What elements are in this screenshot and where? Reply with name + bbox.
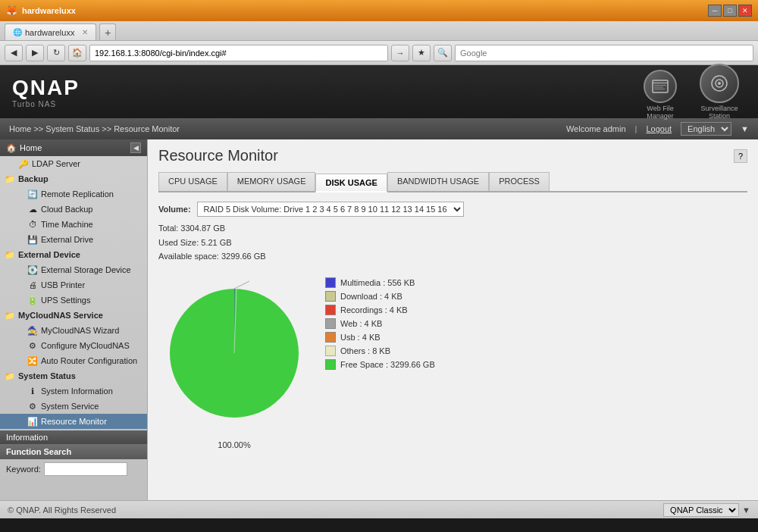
go-button[interactable]: → [391,45,409,61]
language-select[interactable]: English [681,122,731,136]
legend-color-multimedia [325,277,336,288]
sidebar-item-system-information[interactable]: ℹ System Information [0,383,147,399]
back-button[interactable]: ◀ [5,45,23,61]
address-bar[interactable] [89,45,388,61]
browser-toolbar: ◀ ▶ ↻ 🏠 → ★ 🔍 [0,41,758,65]
browser-titlebar: 🦊 hardwareluxx ─ □ ✕ [0,0,758,21]
tab-close-icon[interactable]: ✕ [82,28,88,36]
legend-color-web [325,318,336,329]
sidebar-cloud-label: Cloud Backup [41,205,93,214]
external-storage-icon: 💽 [27,264,38,275]
volume-select[interactable]: RAID 5 Disk Volume: Drive 1 2 3 4 5 6 7 … [197,202,464,217]
sidebar-item-resource-monitor[interactable]: 📊 Resource Monitor [0,414,147,429]
tab-bar: 🌐 hardwareluxx ✕ + [0,21,758,41]
available-value: 3299.66 GB [221,252,266,261]
sysservice-icon: ⚙ [27,401,38,412]
maximize-btn[interactable]: □ [723,5,737,17]
firefox-icon: 🦊 [6,5,17,16]
tab-disk-usage[interactable]: DISK USAGE [315,174,387,192]
minimize-btn[interactable]: ─ [708,5,722,17]
search-button[interactable]: 🔍 [434,45,452,61]
sidebar-collapse-btn[interactable]: ◀ [130,142,141,153]
close-btn[interactable]: ✕ [738,5,752,17]
usb-printer-icon: 🖨 [27,280,38,290]
tab-title: hardwareluxx [25,28,74,37]
sidebar-printer-label: USB Printer [41,280,85,289]
logout-link[interactable]: Logout [646,124,672,133]
sidebar-item-time-machine[interactable]: ⏱ Time Machine [0,217,147,232]
header-icons: Web File Manager Surveillance Station [634,64,746,120]
tab-process[interactable]: PROCESS [489,172,550,191]
content-tab-row: CPU USAGE MEMORY USAGE DISK USAGE BANDWI… [158,172,747,192]
system-status-folder-icon: 📁 [5,371,15,381]
resource-monitor-icon: 📊 [27,416,38,427]
app-container: QNAP Turbo NAS Web File Manager Surveill… [0,65,758,518]
qnap-brand: QNAP [12,76,80,100]
used-info: Used Size: 5.21 GB [158,236,747,250]
home-button[interactable]: 🏠 [68,45,86,61]
sidebar-item-ups-settings[interactable]: 🔋 UPS Settings [0,293,147,308]
sidebar-item-external-device[interactable]: 📁 External Device [0,247,147,262]
surveillance-label: Surveillance Station [693,105,746,120]
sidebar-item-system-status-group[interactable]: 📁 System Status [0,368,147,383]
keyword-input[interactable] [44,462,127,476]
function-search-label: Function Search [6,447,71,456]
pie-percent-label: 100.00% [218,440,250,449]
legend-label-usb: Usb : 4 KB [340,333,381,342]
legend-item-web: Web : 4 KB [325,318,435,329]
web-file-manager-label: Web File Manager [634,105,687,120]
volume-label: Volume: [158,205,191,214]
sidebar-ups-label: UPS Settings [41,296,90,305]
legend-label-others: Others : 8 KB [340,346,390,355]
forward-button[interactable]: ▶ [26,45,44,61]
pie-chart [158,277,310,429]
tab-cpu-usage[interactable]: CPU USAGE [158,172,227,191]
tab-favicon: 🌐 [13,28,22,36]
sidebar-item-system-service[interactable]: ⚙ System Service [0,399,147,414]
window-controls: ─ □ ✕ [708,5,752,17]
legend-label-web: Web : 4 KB [340,319,382,328]
sidebar-item-configure-mycloudnas[interactable]: ⚙ Configure MyCloudNAS [0,338,147,353]
surveillance-station-icon-item[interactable]: Surveillance Station [693,64,746,120]
sidebar-backup-label: Backup [18,174,49,183]
legend-item-recordings: Recordings : 4 KB [325,305,435,315]
sidebar-item-cloud-backup[interactable]: ☁ Cloud Backup [0,202,147,217]
sidebar-item-remote-replication[interactable]: 🔄 Remote Replication [0,186,147,202]
sidebar-item-usb-printer[interactable]: 🖨 USB Printer [0,277,147,293]
search-input[interactable] [455,45,753,61]
app-main: 🏠 Home ◀ 🔑 LDAP Server 📁 Backup 🔄 Remote… [0,139,758,500]
sidebar-timemachine-label: Time Machine [41,220,93,229]
app-header: QNAP Turbo NAS Web File Manager Surveill… [0,65,758,118]
legend-item-others: Others : 8 KB [325,346,435,356]
sidebar-item-external-drive[interactable]: 💾 External Drive [0,232,147,247]
bookmark-button[interactable]: ★ [412,45,431,61]
app-footer: © QNAP. All Rights Reserved QNAP Classic… [0,500,758,518]
legend-item-usb: Usb : 4 KB [325,332,435,343]
sidebar-item-mycloudnas[interactable]: 📁 MyCloudNAS Service [0,308,147,323]
theme-select[interactable]: QNAP Classic [663,503,739,517]
volume-row: Volume: RAID 5 Disk Volume: Drive 1 2 3 … [158,202,747,217]
sidebar-sysservice-label: System Service [41,402,99,411]
mycloudnas-folder-icon: 📁 [5,310,15,321]
help-button[interactable]: ? [734,149,747,163]
sidebar-item-mycloudnas-wizard[interactable]: 🧙 MyCloudNAS Wizard [0,323,147,338]
reload-button[interactable]: ↻ [47,45,65,61]
tab-bandwidth-usage[interactable]: BANDWIDTH USAGE [387,172,489,191]
qnap-logo: QNAP Turbo NAS [12,76,80,108]
new-tab-button[interactable]: + [99,23,116,40]
sidebar-item-auto-router[interactable]: 🔀 Auto Router Configuration [0,353,147,368]
sidebar-item-backup[interactable]: 📁 Backup [0,171,147,186]
browser-tab[interactable]: 🌐 hardwareluxx ✕ [5,23,96,40]
tab-memory-usage[interactable]: MEMORY USAGE [227,172,316,191]
external-drive-icon: 💾 [27,234,38,245]
external-device-folder-icon: 📁 [5,249,15,260]
sidebar-wizard-label: MyCloudNAS Wizard [41,326,119,335]
total-value: 3304.87 GB [180,224,225,233]
nav-right: Welcome admin | Logout English ▼ [566,122,749,136]
web-file-manager-icon-item[interactable]: Web File Manager [634,70,687,120]
chart-area: 100.00% Multimedia : 556 KB Download : 4… [158,270,747,431]
sidebar-item-ldap[interactable]: 🔑 LDAP Server [0,156,147,171]
sidebar-item-external-storage[interactable]: 💽 External Storage Device [0,262,147,277]
keyword-label: Keyword: [6,465,41,474]
ups-icon: 🔋 [27,295,38,305]
